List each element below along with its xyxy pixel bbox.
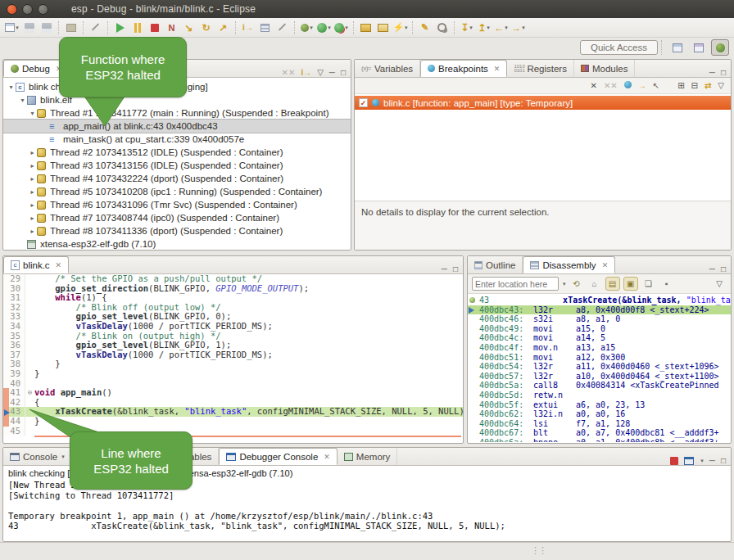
external-tools-button[interactable]: ▾ [333,20,349,35]
view-menu-icon[interactable]: ▽ [712,277,727,291]
terminate-button[interactable] [147,20,162,35]
tree-item-thread2[interactable]: ▸Thread #2 1073413512 (IDLE) (Suspended … [3,146,351,159]
instruction-stepping-toggle[interactable]: i→ [301,68,311,77]
use-step-filters-button[interactable] [274,20,290,35]
location-input[interactable] [472,277,559,291]
tab-registers[interactable]: 10100101Registers [507,60,574,77]
tree-item-thread3[interactable]: ▸Thread #3 1073413156 (IDLE) (Suspended … [3,159,351,172]
tab-disassembly[interactable]: Disassembly✕ [523,256,615,273]
open-folder-button[interactable] [375,20,391,35]
step-into-button[interactable]: ↘ [181,20,197,35]
tab-blink-c[interactable]: c blink.c ✕ [3,256,69,273]
mark-occurrences-button[interactable]: ✎ [417,20,433,35]
forward-button[interactable]: →▾ [510,20,526,35]
minimize-icon[interactable]: ─ [709,456,715,465]
go-to-file-button[interactable]: → [638,81,646,90]
remove-all-breakpoints-button[interactable]: ✕✕ [604,81,618,90]
console-dropdown-icon[interactable]: ▾ [700,458,704,464]
back-button[interactable]: ←▾ [493,20,509,35]
maximize-icon[interactable]: □ [721,68,726,77]
last-edit-location-button[interactable]: ↧▾ [459,20,474,35]
breakpoint-checkbox[interactable]: ✓ [359,98,368,107]
tree-item-thread1[interactable]: ▾Thread #1 1073411772 (main : Running) (… [3,106,351,120]
save-button[interactable] [21,20,37,35]
tab-debugger-console[interactable]: Debugger Console✕ [219,448,337,465]
disassembly-body[interactable]: 43 xTaskCreate(&blink_task, "blink_tas 4… [468,294,731,442]
remove-terminated-button[interactable]: ✕✕ [282,68,296,77]
show-breakpoints-for-target-button[interactable] [624,81,632,90]
minimize-icon[interactable]: ─ [709,68,715,77]
tab-outline[interactable]: Outline [468,256,523,273]
tab-modules[interactable]: Modules [574,60,635,77]
fold-marker-icon[interactable]: ⊖ [25,388,34,398]
run-button[interactable]: ▾ [316,20,332,35]
sash-drag-handle[interactable]: ⋮⋮ [531,545,546,556]
maximize-icon[interactable]: □ [721,456,726,465]
thread-icon [37,201,46,210]
build-button[interactable] [63,20,79,35]
close-icon[interactable]: ✕ [602,261,609,269]
new-wizard-button[interactable]: ▾ [4,20,20,35]
maximize-icon[interactable]: □ [453,264,458,273]
remove-breakpoint-button[interactable]: ✕ [591,81,597,90]
suspend-button[interactable] [129,20,145,35]
tree-item-thread6[interactable]: ▸Thread #6 1073431096 (Tmr Svc) (Suspend… [3,198,351,211]
window-minimize-button[interactable] [22,4,33,15]
tree-item-frame-main-task[interactable]: ≡main_task() at cpu_start.c:339 0x400d05… [3,133,351,146]
window-maximize-button[interactable] [38,4,48,15]
link-with-debug-button[interactable]: ⇄ [705,81,711,90]
tab-breakpoints[interactable]: Breakpoints✕ [420,60,507,77]
minimize-icon[interactable]: ─ [709,264,715,273]
disconnect-button[interactable]: N [164,20,179,35]
step-return-button[interactable]: ↗ [215,20,231,35]
home-button[interactable]: ⌂ [587,277,602,291]
close-icon[interactable]: ✕ [494,65,501,73]
tab-console[interactable]: Console▾ [3,448,72,465]
save-all-button[interactable] [39,20,54,35]
sync-selection-toggle[interactable]: ▣ [623,277,638,291]
tree-item-gdb[interactable]: xtensa-esp32-elf-gdb (7.10) [3,237,351,251]
tree-item-thread5[interactable]: ▸Thread #5 1073410208 (ipc1 : Running) (… [3,185,351,198]
open-project-button[interactable] [358,20,374,35]
tree-item-frame-app-main[interactable]: ≡app_main() at blink.c:43 0x400dbc43 [3,120,351,133]
minimize-icon[interactable]: ─ [329,68,335,77]
close-icon[interactable]: ✕ [56,261,62,269]
refresh-view-button[interactable]: ⟲ [569,277,584,291]
step-over-button[interactable]: ↻ [198,20,214,35]
tab-variables[interactable]: (x)=Variables [355,60,420,77]
pin-view-button[interactable]: ▪ [659,277,674,291]
minimize-icon[interactable]: ─ [442,264,447,273]
search-button[interactable] [434,20,450,35]
new-view-button[interactable]: ❏ [641,277,656,291]
disassembly-icon [530,261,539,269]
tree-item-thread7[interactable]: ▸Thread #7 1073408744 (ipc0) (Suspended … [3,211,351,224]
close-icon[interactable]: ✕ [324,453,330,461]
window-close-button[interactable] [7,4,17,15]
show-source-toggle[interactable]: ▤ [605,277,620,291]
maximize-icon[interactable]: □ [341,68,346,77]
resume-button[interactable] [112,20,128,35]
tab-memory[interactable]: Memory [338,448,398,465]
display-selected-console-button[interactable] [684,457,694,465]
tree-item-thread8[interactable]: ▸Thread #8 1073411336 (dport) (Suspended… [3,224,351,237]
collapse-all-button[interactable]: ⊟ [691,81,698,90]
location-dropdown-icon[interactable]: ▾ [563,281,566,287]
instruction-stepping-button[interactable]: i→ [240,20,256,35]
maximize-icon[interactable]: □ [721,264,726,273]
skip-all-breakpoints-button[interactable] [88,20,103,35]
cpp-perspective-button[interactable] [690,39,708,56]
expand-all-button[interactable]: ⊞ [677,81,684,90]
view-menu-icon[interactable]: ▽ [718,81,724,90]
tree-item-thread4[interactable]: ▸Thread #4 1073432224 (dport) (Suspended… [3,172,351,185]
terminate-console-button[interactable] [670,457,678,465]
show-debug-sourcelookup-button[interactable] [257,20,273,35]
open-perspective-button[interactable] [668,39,686,56]
select-pointer-button[interactable]: ↖ [653,81,659,90]
debug-button[interactable]: ▾ [299,20,315,35]
flash-target-button[interactable]: ⚡▾ [392,20,408,35]
breakpoint-row[interactable]: ✓ blink.c [function: app_main] [type: Te… [355,96,731,110]
view-menu-icon[interactable]: ▽ [317,68,324,77]
go-to-line-button[interactable]: ↥▾ [476,20,492,35]
debug-perspective-button[interactable] [711,39,729,56]
quick-access-box[interactable]: Quick Access [580,40,658,55]
